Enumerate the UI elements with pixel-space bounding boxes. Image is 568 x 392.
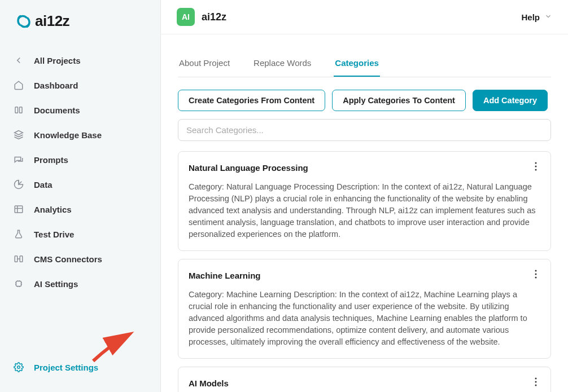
sidebar-item-test-drive[interactable]: Test Drive — [0, 222, 160, 246]
gear-icon — [14, 362, 25, 373]
sidebar-item-label: Documents — [34, 105, 80, 115]
brand-name: ai12z — [35, 12, 69, 30]
svg-point-24 — [535, 277, 537, 279]
pie-chart-icon — [14, 179, 25, 190]
sidebar-item-label: Project Settings — [34, 363, 98, 372]
sidebar-item-ai-settings[interactable]: AI Settings — [0, 271, 160, 296]
add-category-button[interactable]: Add Category — [473, 90, 548, 111]
kebab-menu-icon[interactable] — [531, 161, 540, 174]
svg-rect-6 — [15, 256, 18, 262]
category-title: Natural Language Processing — [189, 163, 308, 173]
svg-point-27 — [535, 385, 537, 386]
search-input[interactable] — [178, 119, 551, 141]
action-buttons: Create Categories From Content Apply Cat… — [178, 90, 551, 111]
kebab-menu-icon[interactable] — [531, 268, 540, 282]
sidebar-item-cms-connectors[interactable]: CMS Connectors — [0, 246, 160, 271]
category-card: Natural Language Processing Category: Na… — [178, 151, 551, 251]
apply-categories-button[interactable]: Apply Categories To Content — [332, 90, 466, 111]
svg-point-22 — [535, 270, 537, 272]
sidebar-item-label: Data — [34, 180, 53, 190]
svg-point-20 — [535, 166, 537, 168]
chip-icon — [14, 278, 25, 289]
tab-about-project[interactable]: About Project — [178, 58, 231, 77]
svg-point-25 — [535, 378, 537, 380]
sidebar-item-analytics[interactable]: Analytics — [0, 197, 160, 222]
help-label: Help — [521, 12, 540, 22]
category-card: Machine Learning Category: Machine Learn… — [178, 259, 551, 359]
sidebar-item-label: All Projects — [34, 56, 81, 65]
chevron-left-icon — [14, 55, 25, 66]
chevron-down-icon — [544, 12, 552, 22]
sidebar-item-all-projects[interactable]: All Projects — [0, 48, 160, 73]
layers-icon — [14, 129, 25, 140]
sidebar-nav: All Projects Dashboard Documents Knowled… — [0, 43, 160, 380]
category-list: Natural Language Processing Category: Na… — [178, 151, 551, 392]
svg-point-18 — [18, 366, 20, 369]
help-dropdown[interactable]: Help — [521, 12, 552, 22]
home-icon — [14, 80, 25, 91]
svg-point-23 — [535, 274, 537, 275]
tab-replace-words[interactable]: Replace Words — [252, 58, 312, 77]
sidebar-item-dashboard[interactable]: Dashboard — [0, 73, 160, 98]
svg-rect-0 — [15, 107, 18, 113]
svg-rect-7 — [20, 256, 23, 262]
category-title: Machine Learning — [189, 271, 261, 280]
svg-rect-9 — [16, 281, 21, 287]
sidebar-item-label: Dashboard — [34, 81, 78, 90]
brand-logo: ai12z — [0, 12, 160, 43]
sidebar-item-documents[interactable]: Documents — [0, 98, 160, 122]
sidebar-item-label: AI Settings — [34, 279, 78, 289]
svg-point-26 — [535, 381, 537, 383]
sidebar-item-label: Test Drive — [34, 230, 74, 239]
app-title: ai12z — [202, 11, 226, 23]
sidebar-item-knowledge-base[interactable]: Knowledge Base — [0, 122, 160, 147]
svg-point-19 — [535, 162, 537, 164]
flask-icon — [14, 228, 25, 240]
sidebar-item-prompts[interactable]: Prompts — [0, 147, 160, 172]
sidebar-item-label: Analytics — [34, 205, 72, 214]
svg-rect-3 — [15, 206, 23, 213]
connectors-icon — [14, 253, 25, 265]
logo-icon — [16, 14, 32, 29]
category-card: AI Models — [178, 367, 551, 392]
sidebar-item-label: Prompts — [34, 155, 68, 165]
category-title: AI Models — [189, 378, 229, 388]
tab-categories[interactable]: Categories — [334, 58, 380, 77]
category-description: Category: Machine Learning Description: … — [189, 289, 540, 348]
svg-marker-2 — [15, 131, 23, 135]
sidebar-item-label: CMS Connectors — [34, 254, 102, 264]
sidebar-item-label: Knowledge Base — [34, 130, 102, 140]
svg-rect-1 — [20, 107, 23, 113]
sidebar: ai12z All Projects Dashboard Documents K… — [0, 0, 161, 392]
app-avatar: AI — [177, 8, 195, 26]
sidebar-item-project-settings[interactable]: Project Settings — [0, 355, 160, 380]
category-description: Category: Natural Language Processing De… — [189, 181, 540, 240]
chat-icon — [14, 154, 25, 165]
topbar: AI ai12z Help — [161, 0, 568, 34]
create-categories-button[interactable]: Create Categories From Content — [178, 90, 325, 111]
sidebar-item-data[interactable]: Data — [0, 172, 160, 197]
documents-icon — [14, 104, 25, 116]
table-icon — [14, 204, 25, 215]
kebab-menu-icon[interactable] — [531, 376, 540, 390]
main-content: AI ai12z Help About Project Replace Word… — [161, 0, 568, 392]
svg-point-21 — [535, 169, 537, 171]
tabs: About Project Replace Words Categories — [178, 58, 551, 77]
